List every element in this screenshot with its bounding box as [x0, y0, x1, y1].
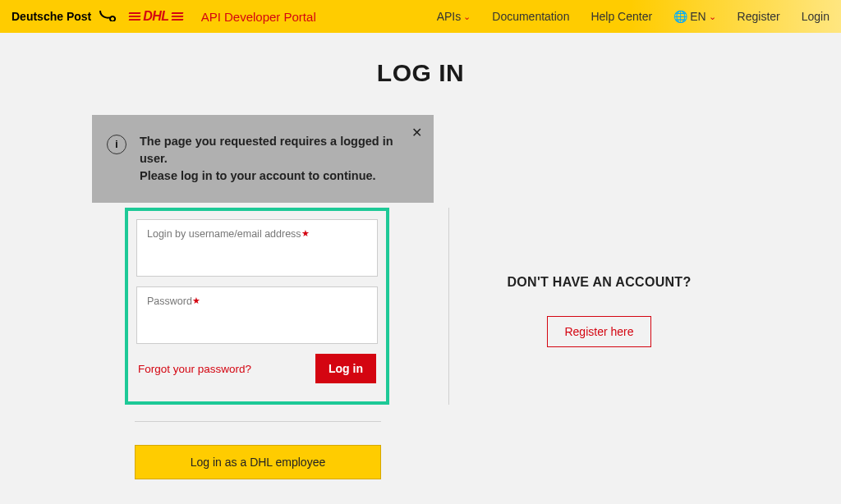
page-title: LOG IN	[0, 59, 841, 87]
password-field-wrap[interactable]: Password★	[136, 286, 378, 344]
username-label: Login by username/email address★	[147, 228, 367, 240]
brand-group: Deutsche Post DHL API Developer Portal	[11, 8, 316, 25]
login-form: Login by username/email address★ Passwor…	[125, 208, 389, 405]
nav-language-label: EN	[690, 10, 705, 23]
login-button[interactable]: Log in	[315, 354, 376, 383]
dhl-stripes-icon	[129, 12, 140, 21]
dhl-stripes-icon	[172, 12, 183, 21]
password-input[interactable]	[147, 315, 367, 328]
info-icon: i	[107, 135, 126, 154]
username-field-wrap[interactable]: Login by username/email address★	[136, 219, 378, 277]
nav-apis[interactable]: APIs ⌄	[437, 10, 471, 23]
deutsche-post-brand: Deutsche Post	[11, 10, 91, 23]
password-label: Password★	[147, 296, 367, 307]
chevron-down-icon: ⌄	[709, 11, 716, 22]
dhl-brand-text: DHL	[143, 9, 168, 24]
nav-apis-label: APIs	[437, 10, 462, 23]
register-panel: DON'T HAVE AN ACCOUNT? Register here	[449, 208, 749, 405]
dhl-logo: DHL	[129, 9, 182, 24]
notice-line1: The page you requested requires a logged…	[140, 133, 417, 167]
nav-register[interactable]: Register	[738, 10, 780, 23]
portal-title[interactable]: API Developer Portal	[201, 10, 316, 24]
content-wrap: i The page you requested requires a logg…	[92, 115, 749, 479]
nav-login[interactable]: Login	[802, 10, 830, 23]
employee-section: Log in as a DHL employee	[135, 421, 381, 479]
nav-language[interactable]: 🌐 EN ⌄	[673, 10, 715, 23]
notice-line2: Please log in to your account to continu…	[140, 167, 417, 185]
login-actions: Forgot your password? Log in	[136, 354, 378, 383]
globe-icon: 🌐	[673, 10, 687, 23]
post-horn-icon	[98, 8, 116, 25]
login-required-notice: i The page you requested requires a logg…	[92, 115, 434, 203]
main-nav: APIs ⌄ Documentation Help Center 🌐 EN ⌄ …	[437, 10, 830, 23]
header-bar: Deutsche Post DHL API Developer Portal A…	[0, 0, 841, 33]
two-column-layout: Login by username/email address★ Passwor…	[92, 208, 749, 405]
username-input[interactable]	[147, 248, 367, 261]
chevron-down-icon: ⌄	[463, 11, 471, 22]
nav-documentation[interactable]: Documentation	[492, 10, 569, 23]
dhl-employee-login-button[interactable]: Log in as a DHL employee	[135, 445, 381, 479]
required-star-icon: ★	[192, 296, 200, 305]
forgot-password-link[interactable]: Forgot your password?	[138, 363, 251, 375]
register-heading: DON'T HAVE AN ACCOUNT?	[449, 275, 749, 290]
register-here-button[interactable]: Register here	[547, 316, 650, 347]
notice-text: The page you requested requires a logged…	[140, 133, 417, 185]
horizontal-divider	[135, 421, 381, 422]
close-icon[interactable]: ✕	[411, 125, 422, 140]
required-star-icon: ★	[301, 228, 310, 238]
nav-help-center[interactable]: Help Center	[591, 10, 652, 23]
